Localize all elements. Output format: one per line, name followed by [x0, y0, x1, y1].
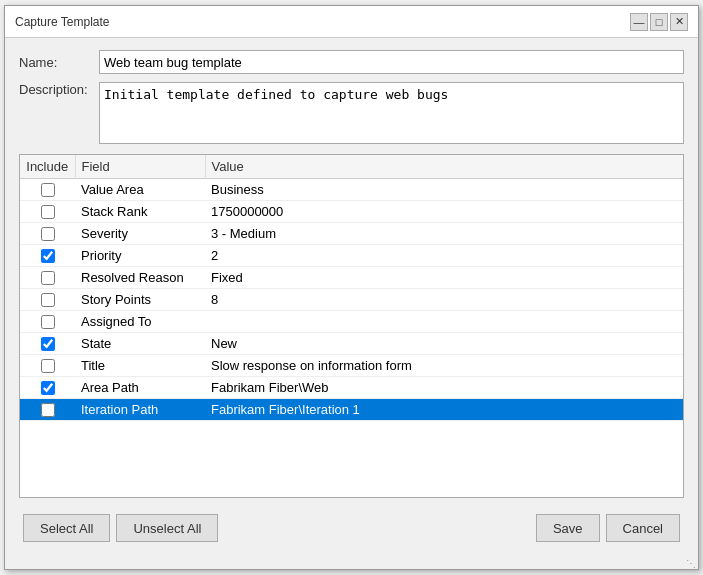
include-cell — [20, 245, 75, 267]
include-cell — [20, 377, 75, 399]
field-cell: Resolved Reason — [75, 267, 205, 289]
include-checkbox[interactable] — [41, 381, 55, 395]
field-cell: Assigned To — [75, 311, 205, 333]
title-bar: Capture Template — □ ✕ — [5, 6, 698, 38]
include-checkbox[interactable] — [41, 315, 55, 329]
field-cell: Stack Rank — [75, 201, 205, 223]
name-label: Name: — [19, 55, 99, 70]
name-input[interactable] — [99, 50, 684, 74]
include-checkbox[interactable] — [41, 359, 55, 373]
window-title: Capture Template — [15, 15, 110, 29]
table-row[interactable]: Priority2 — [20, 245, 683, 267]
close-button[interactable]: ✕ — [670, 13, 688, 31]
include-cell — [20, 399, 75, 421]
table-row[interactable]: Severity3 - Medium — [20, 223, 683, 245]
table-header-row: Include Field Value — [20, 155, 683, 179]
value-cell: New — [205, 333, 683, 355]
table-row[interactable]: StateNew — [20, 333, 683, 355]
table-row[interactable]: TitleSlow response on information form — [20, 355, 683, 377]
description-row: Description: — [19, 82, 684, 144]
unselect-all-button[interactable]: Unselect All — [116, 514, 218, 542]
include-checkbox[interactable] — [41, 227, 55, 241]
value-cell: Fabrikam Fiber\Web — [205, 377, 683, 399]
table-row[interactable]: Story Points8 — [20, 289, 683, 311]
value-cell — [205, 311, 683, 333]
include-cell — [20, 223, 75, 245]
field-cell: Priority — [75, 245, 205, 267]
footer-right-buttons: Save Cancel — [536, 514, 680, 542]
resize-handle: ⋱ — [5, 558, 698, 569]
value-cell: Fabrikam Fiber\Iteration 1 — [205, 399, 683, 421]
table-row[interactable]: Iteration PathFabrikam Fiber\Iteration 1 — [20, 399, 683, 421]
include-checkbox[interactable] — [41, 271, 55, 285]
include-checkbox[interactable] — [41, 205, 55, 219]
table-row[interactable]: Area PathFabrikam Fiber\Web — [20, 377, 683, 399]
table-row[interactable]: Resolved ReasonFixed — [20, 267, 683, 289]
description-label: Description: — [19, 82, 99, 97]
select-all-button[interactable]: Select All — [23, 514, 110, 542]
footer-left-buttons: Select All Unselect All — [23, 514, 218, 542]
value-cell: 8 — [205, 289, 683, 311]
field-cell: Severity — [75, 223, 205, 245]
include-cell — [20, 333, 75, 355]
include-checkbox[interactable] — [41, 293, 55, 307]
field-cell: Title — [75, 355, 205, 377]
include-checkbox[interactable] — [41, 249, 55, 263]
table-row[interactable]: Assigned To — [20, 311, 683, 333]
include-checkbox[interactable] — [41, 403, 55, 417]
include-checkbox[interactable] — [41, 337, 55, 351]
value-cell: 1750000000 — [205, 201, 683, 223]
col-include-header: Include — [20, 155, 75, 179]
field-cell: Story Points — [75, 289, 205, 311]
include-cell — [20, 311, 75, 333]
table-body: Value AreaBusinessStack Rank1750000000Se… — [20, 179, 683, 421]
footer: Select All Unselect All Save Cancel — [19, 508, 684, 546]
include-cell — [20, 355, 75, 377]
cancel-button[interactable]: Cancel — [606, 514, 680, 542]
include-cell — [20, 201, 75, 223]
maximize-button[interactable]: □ — [650, 13, 668, 31]
include-checkbox[interactable] — [41, 183, 55, 197]
table-row[interactable]: Stack Rank1750000000 — [20, 201, 683, 223]
value-cell: Fixed — [205, 267, 683, 289]
include-cell — [20, 267, 75, 289]
col-value-header: Value — [205, 155, 683, 179]
name-row: Name: — [19, 50, 684, 74]
window-controls: — □ ✕ — [630, 13, 688, 31]
field-cell: Iteration Path — [75, 399, 205, 421]
main-content: Name: Description: Include Field Value V… — [5, 38, 698, 558]
value-cell: Slow response on information form — [205, 355, 683, 377]
fields-table: Include Field Value Value AreaBusinessSt… — [20, 155, 683, 421]
include-cell — [20, 179, 75, 201]
value-cell: 3 - Medium — [205, 223, 683, 245]
value-cell: Business — [205, 179, 683, 201]
capture-template-window: Capture Template — □ ✕ Name: Description… — [4, 5, 699, 570]
value-cell: 2 — [205, 245, 683, 267]
description-textarea[interactable] — [99, 82, 684, 144]
save-button[interactable]: Save — [536, 514, 600, 542]
field-cell: Area Path — [75, 377, 205, 399]
minimize-button[interactable]: — — [630, 13, 648, 31]
field-cell: State — [75, 333, 205, 355]
field-cell: Value Area — [75, 179, 205, 201]
col-field-header: Field — [75, 155, 205, 179]
table-row[interactable]: Value AreaBusiness — [20, 179, 683, 201]
fields-table-container: Include Field Value Value AreaBusinessSt… — [19, 154, 684, 498]
include-cell — [20, 289, 75, 311]
